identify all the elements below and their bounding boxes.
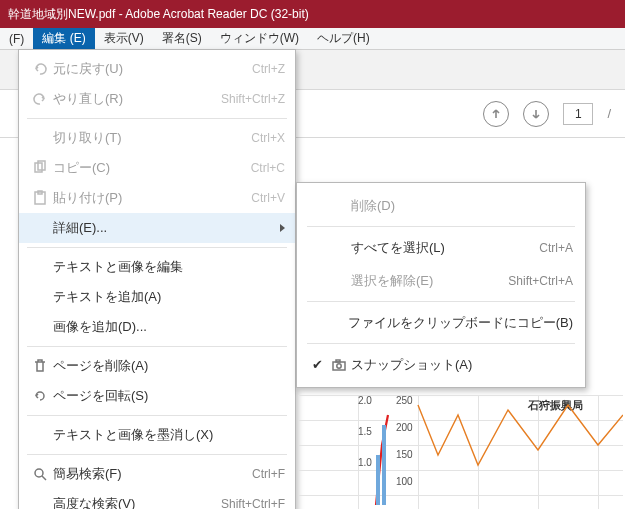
undo-icon — [27, 61, 53, 77]
menu-item-label: やり直し(R) — [53, 90, 221, 108]
window-title: 幹道地域別NEW.pdf - Adobe Acrobat Reader DC (… — [8, 6, 309, 23]
menu-item-redo[interactable]: やり直し(R) Shift+Ctrl+Z — [19, 84, 295, 114]
menu-sign[interactable]: 署名(S) — [153, 28, 211, 49]
menu-item-shortcut: Ctrl+V — [251, 191, 285, 205]
menu-item-label: 元に戻す(U) — [53, 60, 252, 78]
menu-item-undo[interactable]: 元に戻す(U) Ctrl+Z — [19, 54, 295, 84]
menu-item-label: スナップショット(A) — [351, 356, 573, 374]
edit-menu-dropdown: 元に戻す(U) Ctrl+Z やり直し(R) Shift+Ctrl+Z 切り取り… — [18, 49, 296, 509]
page-number-input[interactable]: 1 — [563, 103, 593, 125]
menu-item-add-text[interactable]: テキストを追加(A) — [19, 282, 295, 312]
menu-separator — [307, 301, 575, 302]
menu-item-label: コピー(C) — [53, 159, 251, 177]
menu-item-shortcut: Shift+Ctrl+A — [508, 274, 573, 288]
menu-item-label: 画像を追加(D)... — [53, 318, 285, 336]
menu-item-shortcut: Ctrl+C — [251, 161, 285, 175]
submenu-item-snapshot[interactable]: ✔ スナップショット(A) — [297, 348, 585, 381]
menu-item-edit-text-image[interactable]: テキストと画像を編集 — [19, 252, 295, 282]
menu-separator — [307, 343, 575, 344]
menu-item-cut[interactable]: 切り取り(T) Ctrl+X — [19, 123, 295, 153]
menu-item-copy[interactable]: コピー(C) Ctrl+C — [19, 153, 295, 183]
menu-item-redact[interactable]: テキストと画像を墨消し(X) — [19, 420, 295, 450]
menu-window[interactable]: ウィンドウ(W) — [211, 28, 308, 49]
menu-item-label: 貼り付け(P) — [53, 189, 251, 207]
menu-item-label: 切り取り(T) — [53, 129, 251, 147]
page-separator: / — [607, 106, 611, 121]
menu-separator — [307, 226, 575, 227]
menu-item-advanced-find[interactable]: 高度な検索(V) Shift+Ctrl+F — [19, 489, 295, 509]
rotate-icon — [27, 388, 53, 404]
menu-item-delete-page[interactable]: ページを削除(A) — [19, 351, 295, 381]
menu-item-label: ページを回転(S) — [53, 387, 285, 405]
menu-separator — [27, 247, 287, 248]
svg-rect-7 — [336, 360, 340, 362]
menu-item-label: テキストを追加(A) — [53, 288, 285, 306]
document-content-chart: 2.0 1.5 1.0 250 200 150 100 石狩振興局 — [298, 395, 623, 509]
search-icon — [27, 466, 53, 482]
menu-file[interactable]: (F) — [0, 30, 33, 48]
menu-item-shortcut: Ctrl+A — [539, 241, 573, 255]
submenu-item-copy-to-clipboard[interactable]: ファイルをクリップボードにコピー(B) — [297, 306, 585, 339]
menu-item-shortcut: Shift+Ctrl+F — [221, 497, 285, 509]
submenu-item-delete[interactable]: 削除(D) — [297, 189, 585, 222]
menu-separator — [27, 346, 287, 347]
menu-item-shortcut: Shift+Ctrl+Z — [221, 92, 285, 106]
menu-item-shortcut: Ctrl+Z — [252, 62, 285, 76]
menu-item-label: 選択を解除(E) — [351, 272, 508, 290]
svg-point-4 — [35, 469, 43, 477]
svg-point-6 — [337, 363, 341, 367]
menu-view[interactable]: 表示(V) — [95, 28, 153, 49]
page-up-button[interactable] — [483, 101, 509, 127]
menu-item-label: 高度な検索(V) — [53, 495, 221, 509]
menu-item-label: すべてを選択(L) — [351, 239, 539, 257]
menu-item-label: テキストと画像を編集 — [53, 258, 285, 276]
paste-icon — [27, 190, 53, 206]
menu-item-shortcut: Ctrl+F — [252, 467, 285, 481]
menu-item-label: ページを削除(A) — [53, 357, 285, 375]
submenu-item-deselect[interactable]: 選択を解除(E) Shift+Ctrl+A — [297, 264, 585, 297]
edit-more-submenu: 削除(D) すべてを選択(L) Ctrl+A 選択を解除(E) Shift+Ct… — [296, 182, 586, 388]
chart-svg — [298, 395, 623, 509]
redo-icon — [27, 91, 53, 107]
menu-separator — [27, 454, 287, 455]
menu-item-find[interactable]: 簡易検索(F) Ctrl+F — [19, 459, 295, 489]
menu-item-label: テキストと画像を墨消し(X) — [53, 426, 285, 444]
menu-item-paste[interactable]: 貼り付け(P) Ctrl+V — [19, 183, 295, 213]
submenu-item-select-all[interactable]: すべてを選択(L) Ctrl+A — [297, 231, 585, 264]
menu-item-label: 簡易検索(F) — [53, 465, 252, 483]
chevron-right-icon — [280, 224, 285, 232]
menu-separator — [27, 415, 287, 416]
menu-item-more[interactable]: 詳細(E)... — [19, 213, 295, 243]
page-down-button[interactable] — [523, 101, 549, 127]
trash-icon — [27, 358, 53, 374]
menu-item-label: ファイルをクリップボードにコピー(B) — [348, 314, 573, 332]
svg-rect-8 — [376, 455, 380, 505]
menu-edit[interactable]: 編集 (E) — [33, 28, 94, 49]
menu-bar: (F) 編集 (E) 表示(V) 署名(S) ウィンドウ(W) ヘルプ(H) — [0, 28, 625, 50]
menu-item-label: 削除(D) — [351, 197, 573, 215]
menu-item-label: 詳細(E)... — [53, 219, 280, 237]
menu-item-shortcut: Ctrl+X — [251, 131, 285, 145]
menu-separator — [27, 118, 287, 119]
menu-item-add-image[interactable]: 画像を追加(D)... — [19, 312, 295, 342]
camera-icon — [327, 357, 351, 373]
svg-rect-9 — [382, 425, 386, 505]
check-icon: ✔ — [307, 357, 327, 372]
title-bar: 幹道地域別NEW.pdf - Adobe Acrobat Reader DC (… — [0, 0, 625, 28]
menu-item-rotate-page[interactable]: ページを回転(S) — [19, 381, 295, 411]
menu-help[interactable]: ヘルプ(H) — [308, 28, 379, 49]
copy-icon — [27, 160, 53, 176]
